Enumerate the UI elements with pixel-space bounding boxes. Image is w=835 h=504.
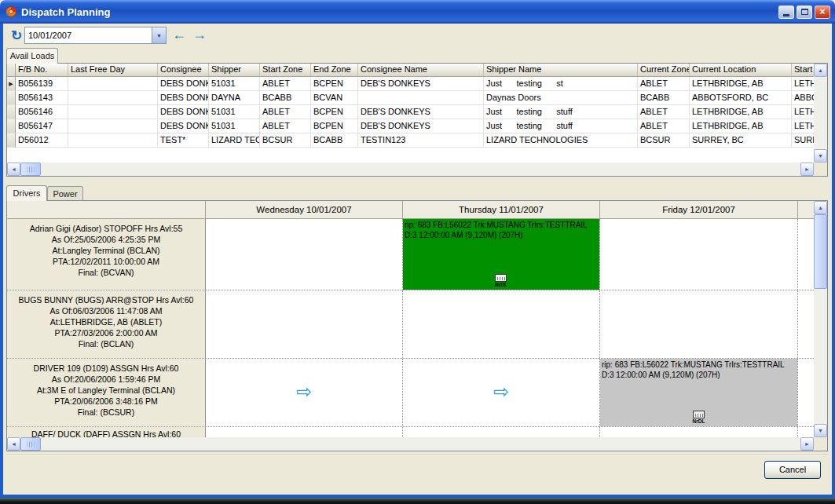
cell-current-location: LETHBRIDGE, AB <box>690 105 792 119</box>
cell-consignee-name: DEB'S DONKEYS <box>358 105 484 119</box>
cell-shipper: 51031 <box>209 77 260 91</box>
header-shipper-name[interactable]: Shipper Name <box>484 64 638 77</box>
cancel-button[interactable]: Cancel <box>764 461 821 479</box>
scroll-up-icon[interactable]: ▲ <box>814 64 827 77</box>
header-consignee[interactable]: Consignee <box>158 64 209 77</box>
scroll-down-icon[interactable]: ▼ <box>814 424 827 437</box>
header-start-location[interactable]: Start L <box>792 64 814 77</box>
cell-current-location: LETHBRIDGE, AB <box>690 77 792 91</box>
driver-info-cell[interactable]: BUGS BUNNY (BUGS) ARR@STOP Hrs Avl:60 As… <box>7 290 206 358</box>
cell-end-zone: BCABB <box>311 133 358 148</box>
next-day-arrow-icon[interactable]: → <box>190 26 209 45</box>
schedule-cell[interactable] <box>798 427 814 437</box>
loads-horizontal-scrollbar[interactable]: ◄ ► <box>7 163 814 176</box>
driver-line: At:LETHBRIDGE, AB (ABLET) <box>7 316 205 327</box>
scroll-right-icon[interactable]: ► <box>800 163 814 176</box>
schedule-header: Wednesday 10/01/2007 Thursday 11/01/2007… <box>7 201 814 219</box>
cell-shipper: 51031 <box>209 119 260 133</box>
tab-power[interactable]: Power <box>47 186 83 201</box>
schedule-cell[interactable] <box>403 290 600 358</box>
driver-info-cell[interactable]: DAFF/ DUCK (DAFF) ASSGN Hrs Avl:60 <box>7 427 206 437</box>
schedule-cell[interactable]: ⇨ <box>206 359 403 426</box>
header-day-friday: Friday 12/01/2007 <box>600 201 798 219</box>
cell-current-location: LETHBRIDGE, AB <box>690 119 792 133</box>
toolbar: ↻ ▼ ← → <box>3 24 832 49</box>
cell-consignee: DEBS DONKE <box>158 105 209 119</box>
trip-block-active[interactable]: rip: 683 FB:L56022 Trk:MUSTANG Trlrs:TES… <box>403 219 599 290</box>
header-day-next-partial <box>798 201 814 219</box>
cell-current-zone: ABLET <box>638 105 690 119</box>
cell-start-location: ABBOT <box>792 91 814 105</box>
trip-badge-caption: NrDL <box>693 418 705 424</box>
schedule-cell[interactable]: rip: 683 FB:L56022 Trk:MUSTANG Trlrs:TES… <box>403 219 600 290</box>
header-last-free-day[interactable]: Last Free Day <box>68 64 158 77</box>
cell-fb-no: B056139 <box>16 77 68 91</box>
scroll-left-icon[interactable]: ◄ <box>7 437 20 451</box>
scroll-up-icon[interactable]: ▲ <box>814 201 827 214</box>
header-fb-no[interactable]: F/B No. <box>16 64 68 77</box>
minimize-button[interactable] <box>778 5 794 19</box>
schedule-cell[interactable] <box>600 219 798 290</box>
cell-current-zone: ABLET <box>638 77 690 91</box>
chevron-down-icon[interactable]: ▼ <box>152 27 166 43</box>
loads-grid-header: F/B No. Last Free Day Consignee Shipper … <box>7 64 814 77</box>
tab-avail-loads[interactable]: Avail Loads <box>6 48 58 64</box>
driver-info-cell[interactable]: DRIVER 109 (D109) ASSGN Hrs Avl:60 As Of… <box>7 359 206 426</box>
driver-info-cell[interactable]: Adrian Gigi (Adisor) STOPOFF Hrs Avl:55 … <box>7 219 206 290</box>
table-row[interactable]: B056146 DEBS DONKE 51031 ABLET BCPEN DEB… <box>7 105 814 119</box>
driver-row: BUGS BUNNY (BUGS) ARR@STOP Hrs Avl:60 As… <box>7 290 814 359</box>
dispatch-planning-window: Dispatch Planning × ↻ ▼ ← → Avail Loads … <box>0 0 835 504</box>
dispatch-arrow-icon[interactable]: ⇨ <box>296 382 312 401</box>
schedule-vertical-scrollbar[interactable]: ▲ ▼ <box>814 201 827 437</box>
cell-shipper: DAYNA <box>209 91 260 105</box>
date-input[interactable] <box>25 27 152 43</box>
schedule-cell[interactable] <box>798 219 814 290</box>
schedule-cell[interactable]: rip: 683 FB:L56022 Trk:MUSTANG Trlrs:TES… <box>600 359 798 426</box>
scroll-right-icon[interactable]: ► <box>800 437 814 451</box>
trip-block-planned[interactable]: rip: 683 FB:L56022 Trk:MUSTANG Trlrs:TES… <box>600 359 797 426</box>
driver-line: Final: (BCVAN) <box>7 267 205 278</box>
cell-end-zone: BCPEN <box>311 77 358 91</box>
cell-shipper-name: LIZARD TECHNOLOGIES <box>484 133 638 148</box>
header-end-zone[interactable]: End Zone <box>311 64 358 77</box>
loads-vertical-scrollbar[interactable]: ▲ ▼ <box>814 64 827 163</box>
cell-start-zone: ABLET <box>260 105 311 119</box>
header-current-zone[interactable]: Current Zone <box>638 64 690 77</box>
schedule-cell[interactable] <box>206 219 403 290</box>
header-start-zone[interactable]: Start Zone <box>260 64 311 77</box>
header-current-location[interactable]: Current Location <box>690 64 792 77</box>
scroll-left-icon[interactable]: ◄ <box>7 163 20 176</box>
table-row[interactable]: D56012 TEST* LIZARD TEC BCSUR BCABB TEST… <box>7 133 814 148</box>
schedule-cell[interactable] <box>403 427 600 437</box>
table-row[interactable]: B056147 DEBS DONKE 51031 ABLET BCPEN DEB… <box>7 119 814 133</box>
dispatch-arrow-icon[interactable]: ⇨ <box>493 382 509 401</box>
date-combobox[interactable]: ▼ <box>24 27 167 44</box>
tab-drivers[interactable]: Drivers <box>6 185 47 201</box>
table-row[interactable]: ▶ B056139 DEBS DONKE 51031 ABLET BCPEN D… <box>7 77 814 91</box>
schedule-cell[interactable] <box>206 427 403 437</box>
cell-start-zone: BCSUR <box>260 133 311 148</box>
scrollbar-thumb[interactable] <box>814 214 827 289</box>
maximize-button[interactable] <box>797 5 812 19</box>
window-border-right <box>832 24 835 498</box>
header-consignee-name[interactable]: Consignee Name <box>358 64 484 77</box>
schedule-horizontal-scrollbar[interactable]: ◄ ► <box>7 437 814 451</box>
scroll-down-icon[interactable]: ▼ <box>814 149 827 163</box>
schedule-cell[interactable] <box>600 427 798 437</box>
schedule-cell[interactable] <box>600 290 798 358</box>
scrollbar-thumb[interactable] <box>20 437 41 451</box>
cell-consignee-name: TESTIN123 <box>358 133 484 148</box>
schedule-cell[interactable] <box>798 359 814 426</box>
schedule-cell[interactable] <box>798 290 814 358</box>
header-shipper[interactable]: Shipper <box>209 64 260 77</box>
close-button[interactable]: × <box>815 5 830 19</box>
scrollbar-thumb[interactable] <box>20 163 41 176</box>
titlebar[interactable]: Dispatch Planning × <box>0 0 835 24</box>
schedule-cell[interactable] <box>206 290 403 358</box>
previous-day-arrow-icon[interactable]: ← <box>170 26 189 45</box>
table-row[interactable]: B056143 DEBS DONKE DAYNA BCABB BCVAN Day… <box>7 91 814 105</box>
schedule-cell[interactable]: ⇨ <box>403 359 600 426</box>
driver-line: As Of:25/05/2006 4:25:35 PM <box>7 234 205 245</box>
scrollbar-corner <box>814 163 827 176</box>
cell-consignee: DEBS DONKE <box>158 77 209 91</box>
